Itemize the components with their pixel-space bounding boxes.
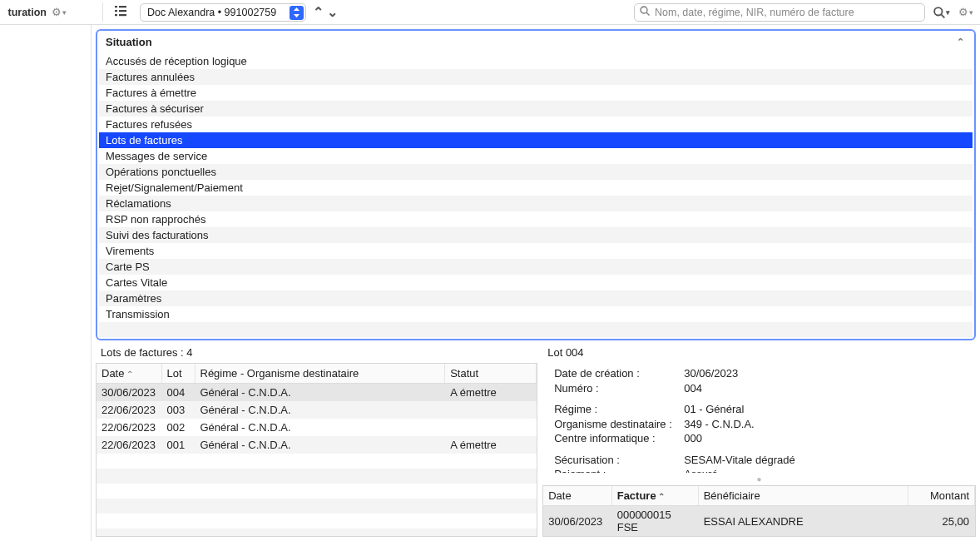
table-filler-row: [97, 514, 537, 529]
table-cell: 22/06/2023: [97, 419, 161, 436]
detail-key: Régime :: [554, 402, 679, 417]
lot-invoices-grid[interactable]: Date Facture Bénéficiaire Montant 30/06/…: [542, 485, 976, 537]
situation-item[interactable]: Lots de factures: [99, 132, 973, 148]
app-section-label: turation: [0, 7, 47, 18]
table-cell: Général - C.N.D.A.: [195, 436, 445, 454]
table-cell: A émettre: [445, 436, 537, 454]
module-settings-menu[interactable]: ⚙︎▾: [52, 6, 67, 18]
situation-item[interactable]: Transmission: [99, 306, 973, 322]
toolbar-divider: [72, 2, 103, 22]
list-view-icon[interactable]: [108, 5, 135, 20]
svg-rect-5: [119, 14, 126, 16]
detail-value: SESAM-Vitale dégradé: [684, 453, 794, 468]
table-row[interactable]: 22/06/2023001Général - C.N.D.A.A émettre: [97, 436, 537, 454]
table-cell: 30/06/2023: [97, 384, 161, 402]
resize-handle-icon[interactable]: ●: [542, 473, 976, 485]
situation-item[interactable]: Réclamations: [99, 196, 973, 211]
detail-value: 004: [684, 381, 702, 396]
situation-item[interactable]: Factures annulées: [99, 69, 973, 85]
table-row[interactable]: 30/06/2023000000015 FSEESSAI ALEXANDRE25…: [543, 506, 974, 537]
detail-key: Date de création :: [554, 366, 679, 381]
situation-item[interactable]: Carte PS: [99, 259, 973, 275]
search-icon: [640, 6, 650, 18]
lot-detail-fields: Date de création :30/06/2023Numéro :004R…: [542, 363, 976, 473]
detail-row: Numéro :004: [554, 381, 964, 396]
lot-detail-heading: Lot 004: [542, 344, 976, 363]
situation-item[interactable]: Factures à sécuriser: [99, 101, 973, 117]
col-montant[interactable]: Montant: [908, 486, 975, 506]
svg-line-7: [646, 12, 650, 16]
situation-item[interactable]: Virements: [99, 243, 973, 259]
lots-count-label: Lots de factures : 4: [96, 344, 537, 363]
svg-point-8: [934, 7, 942, 15]
table-cell: 000000015 FSE: [611, 506, 698, 537]
svg-line-9: [941, 14, 944, 17]
lots-grid[interactable]: Date Lot Régime - Organisme destinataire…: [96, 363, 537, 537]
table-row[interactable]: 22/06/2023003Général - C.N.D.A.: [97, 401, 537, 419]
table-cell: 003: [161, 401, 195, 419]
chevron-down-icon[interactable]: ⌄: [325, 6, 339, 19]
table-cell: 30/06/2023: [543, 506, 611, 537]
table-filler-row: [97, 454, 537, 469]
situation-item[interactable]: Cartes Vitale: [99, 275, 973, 290]
detail-value: Assuré: [684, 467, 717, 473]
detail-key: Centre informatique :: [554, 431, 679, 446]
table-cell: 22/06/2023: [97, 436, 161, 454]
col-date[interactable]: Date: [543, 486, 611, 506]
situation-item[interactable]: Suivi des facturations: [99, 227, 973, 243]
view-settings-menu[interactable]: ⚙︎▾: [958, 6, 973, 18]
situation-item[interactable]: Factures à émettre: [99, 85, 973, 101]
detail-key: Paiement :: [554, 467, 679, 473]
detail-row: Centre informatique :000: [554, 431, 964, 446]
lot-detail-pane: Lot 004 Date de création :30/06/2023Numé…: [542, 344, 976, 537]
lots-split-view: Lots de factures : 4 Date Lot Régime - O…: [96, 344, 976, 537]
table-filler-row: [97, 529, 537, 537]
situation-panel: Situation ⌃ Accusés de réception logique…: [96, 29, 976, 340]
detail-key: Numéro :: [554, 381, 679, 396]
list-blank-row: [99, 322, 973, 337]
chevron-up-icon[interactable]: ⌃: [311, 6, 325, 19]
detail-row: Sécurisation :SESAM-Vitale dégradé: [554, 453, 964, 468]
table-cell: ESSAI ALEXANDRE: [698, 506, 908, 537]
table-filler-row: [97, 484, 537, 499]
detail-value: 01 - Général: [684, 402, 744, 417]
table-row[interactable]: 30/06/2023004Général - C.N.D.A.A émettre: [97, 384, 537, 402]
detail-value: 000: [684, 431, 702, 446]
record-prev-next[interactable]: ⌃ ⌄: [311, 6, 339, 19]
situation-item[interactable]: Factures refusées: [99, 117, 973, 132]
col-statut[interactable]: Statut: [445, 364, 537, 384]
svg-rect-2: [115, 10, 117, 12]
situation-item[interactable]: Messages de service: [99, 148, 973, 164]
table-cell: 002: [161, 419, 195, 436]
situation-item[interactable]: Opérations ponctuelles: [99, 164, 973, 180]
col-date[interactable]: Date: [97, 364, 161, 384]
svg-rect-1: [119, 6, 126, 7]
search-group: [634, 3, 925, 22]
table-cell: Général - C.N.D.A.: [195, 384, 445, 402]
situation-list: Accusés de réception logiqueFactures ann…: [99, 53, 973, 337]
table-cell: 001: [161, 436, 195, 454]
chevron-up-icon[interactable]: ⌃: [957, 37, 964, 47]
col-facture[interactable]: Facture: [611, 486, 698, 506]
svg-rect-0: [115, 6, 117, 7]
col-beneficiaire[interactable]: Bénéficiaire: [698, 486, 908, 506]
table-cell: 22/06/2023: [97, 401, 161, 419]
table-cell: 004: [161, 384, 195, 402]
svg-rect-4: [115, 14, 117, 16]
col-regime[interactable]: Régime - Organisme destinataire: [195, 364, 445, 384]
svg-point-6: [641, 7, 647, 13]
detail-row: Organisme destinataire :349 - C.N.D.A.: [554, 417, 964, 432]
situation-item[interactable]: Accusés de réception logique: [99, 53, 973, 69]
table-row[interactable]: 22/06/2023002Général - C.N.D.A.: [97, 419, 537, 436]
search-input[interactable]: [634, 3, 925, 22]
left-sidebar-gutter: [0, 25, 92, 541]
dropdown-arrow-icon: [290, 6, 304, 20]
search-options-menu[interactable]: ▾: [933, 7, 950, 18]
situation-item[interactable]: RSP non rapprochés: [99, 211, 973, 227]
situation-item[interactable]: Paramètres: [99, 290, 973, 306]
table-cell: [445, 419, 537, 436]
col-lot[interactable]: Lot: [161, 364, 195, 384]
practitioner-dropdown[interactable]: Doc Alexandra • 991002759: [140, 3, 306, 22]
situation-item[interactable]: Rejet/Signalement/Paiement: [99, 180, 973, 196]
table-cell: 25,00: [908, 506, 975, 537]
